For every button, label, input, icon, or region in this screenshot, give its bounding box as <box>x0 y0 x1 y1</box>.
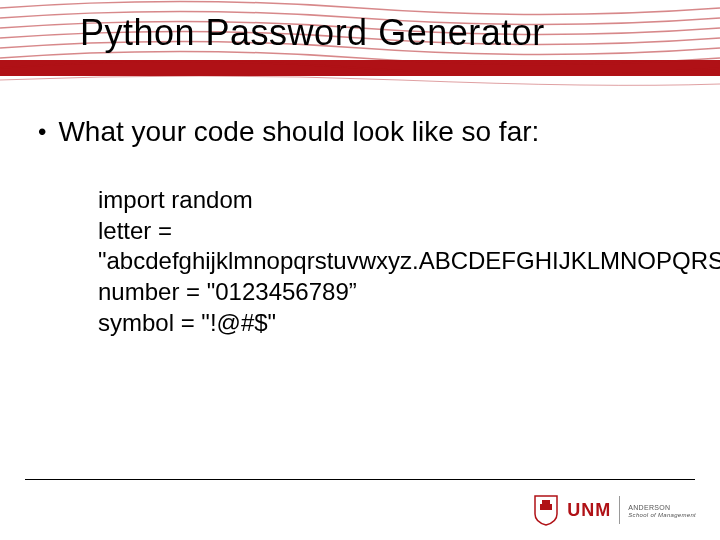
footer-divider <box>25 479 695 481</box>
code-block: import random letter = "abcdefghijklmnop… <box>98 185 658 339</box>
code-line: import random <box>98 185 658 216</box>
logo-divider <box>619 496 620 524</box>
code-line: letter = "abcdefghijklmnopqrstuvwxyz.ABC… <box>98 216 658 277</box>
logo-sub-text: School of Management <box>628 512 696 518</box>
code-line: number = "0123456789” <box>98 277 658 308</box>
logo-crest-icon <box>533 494 559 526</box>
bullet-item: • What your code should look like so far… <box>38 116 539 148</box>
logo-main-text: UNM <box>567 501 611 519</box>
svg-rect-2 <box>542 500 550 504</box>
bullet-dot-icon: • <box>38 116 46 148</box>
footer-logo: UNM ANDERSON School of Management <box>533 494 696 526</box>
svg-rect-0 <box>0 60 720 76</box>
svg-rect-1 <box>540 504 552 510</box>
logo-sub-text: ANDERSON <box>628 504 696 511</box>
bullet-text: What your code should look like so far: <box>58 116 539 148</box>
code-line: symbol = "!@#$" <box>98 308 658 339</box>
slide-title: Python Password Generator <box>80 12 545 54</box>
